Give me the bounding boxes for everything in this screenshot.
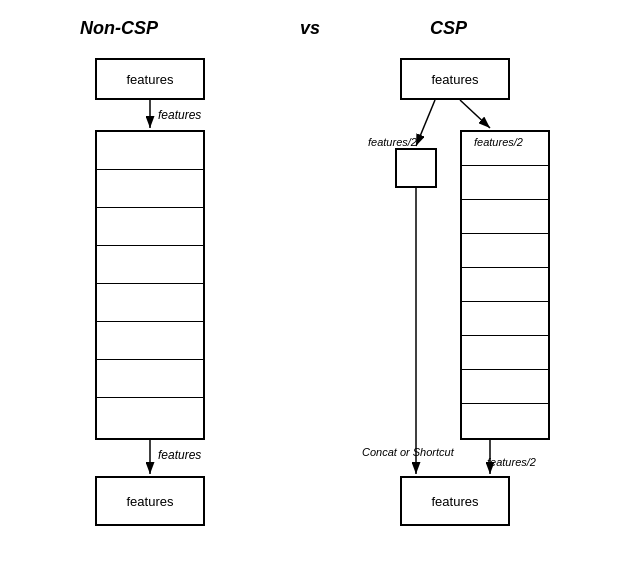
csp-seg-9 (462, 404, 548, 438)
csp-seg-3 (462, 200, 548, 234)
csp-seg-2 (462, 166, 548, 200)
csp-label-features-half-left: features/2 (368, 136, 417, 148)
non-csp-seg-4 (97, 246, 203, 284)
csp-top-label: features (432, 72, 479, 87)
csp-seg-8 (462, 370, 548, 404)
non-csp-seg-5 (97, 284, 203, 322)
csp-stack (460, 130, 550, 440)
non-csp-seg-1 (97, 132, 203, 170)
csp-top-box: features (400, 58, 510, 100)
non-csp-bottom-box: features (95, 476, 205, 526)
non-csp-seg-6 (97, 322, 203, 360)
csp-arrow-left (416, 100, 435, 146)
non-csp-arrow-label-top: features (158, 108, 201, 122)
non-csp-seg-8 (97, 398, 203, 436)
csp-seg-4 (462, 234, 548, 268)
csp-arrow-right (460, 100, 490, 128)
csp-label-concat: Concat or Shortcut (362, 446, 454, 458)
csp-bottom-label: features (432, 494, 479, 509)
diagram-container: Non-CSP vs CSP features features feature… (0, 0, 644, 573)
csp-title: CSP (430, 18, 467, 39)
csp-split-box (395, 148, 437, 188)
csp-seg-5 (462, 268, 548, 302)
non-csp-stack (95, 130, 205, 440)
csp-bottom-box: features (400, 476, 510, 526)
vs-label: vs (300, 18, 320, 39)
non-csp-arrow-label-bottom: features (158, 448, 201, 462)
non-csp-top-box: features (95, 58, 205, 100)
non-csp-bottom-label: features (127, 494, 174, 509)
non-csp-title: Non-CSP (80, 18, 158, 39)
non-csp-top-label: features (127, 72, 174, 87)
non-csp-seg-2 (97, 170, 203, 208)
non-csp-seg-7 (97, 360, 203, 398)
csp-label-features-half-bottom: features/2 (487, 456, 536, 468)
non-csp-seg-3 (97, 208, 203, 246)
csp-seg-6 (462, 302, 548, 336)
csp-seg-7 (462, 336, 548, 370)
csp-label-features-half-right: features/2 (474, 136, 523, 148)
